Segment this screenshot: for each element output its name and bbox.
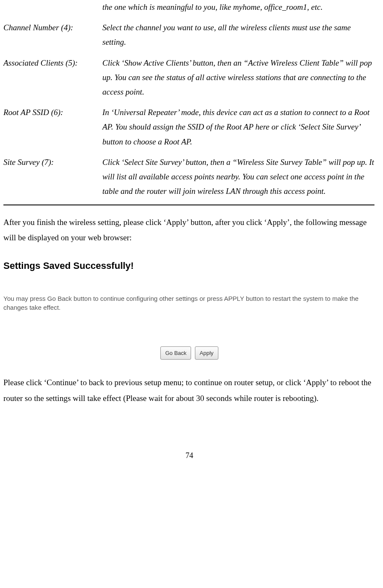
definition-channel-number: Channel Number (4): Select the channel y… bbox=[3, 20, 375, 49]
definition-associated-clients: Associated Clients (5): Click ‘Show Acti… bbox=[3, 56, 375, 100]
root-ap-description: In ‘Universal Repeater’ mode, this devic… bbox=[102, 105, 375, 149]
channel-description: Select the channel you want to use, all … bbox=[102, 20, 375, 49]
dialog-heading: Settings Saved Successfully! bbox=[3, 257, 375, 274]
dialog-subtext: You may press Go Back button to continue… bbox=[3, 294, 375, 312]
page-number: 74 bbox=[3, 449, 375, 462]
dialog-button-row: Go Back Apply bbox=[3, 345, 375, 360]
definition-site-survey: Site Survey (7): Click ‘Select Site Surv… bbox=[3, 155, 375, 199]
section-divider bbox=[3, 205, 374, 205]
root-ap-label: Root AP SSID (6): bbox=[3, 105, 102, 149]
settings-saved-dialog: Settings Saved Successfully! You may pre… bbox=[3, 257, 375, 360]
apply-button[interactable]: Apply bbox=[195, 346, 218, 360]
site-survey-description: Click ‘Select Site Survey’ button, then … bbox=[102, 155, 375, 199]
ssid-continuation-text: the one which is meaningful to you, like… bbox=[102, 0, 375, 14]
associated-clients-description: Click ‘Show Active Clients’ button, then… bbox=[102, 56, 375, 100]
associated-clients-label: Associated Clients (5): bbox=[3, 56, 102, 100]
channel-label: Channel Number (4): bbox=[3, 20, 102, 49]
go-back-button[interactable]: Go Back bbox=[160, 346, 191, 360]
definition-root-ap-ssid: Root AP SSID (6): In ‘Universal Repeater… bbox=[3, 105, 375, 149]
continue-instruction: Please click ‘Continue’ to back to previ… bbox=[3, 375, 375, 406]
site-survey-label: Site Survey (7): bbox=[3, 155, 102, 199]
after-apply-instruction: After you finish the wireless setting, p… bbox=[3, 215, 375, 245]
